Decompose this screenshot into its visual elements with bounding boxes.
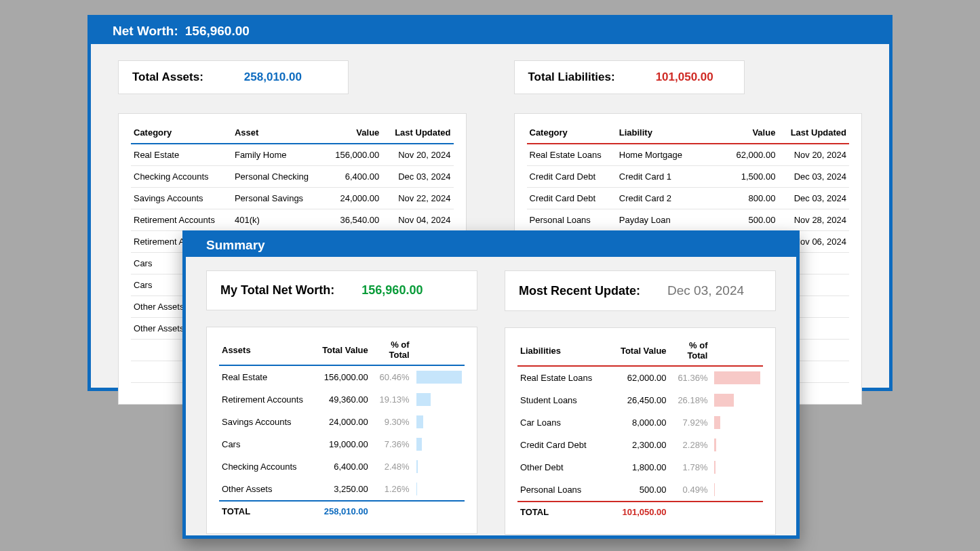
cell-bar bbox=[710, 366, 763, 389]
cell-pct: 2.48% bbox=[371, 455, 412, 478]
cell-updated: Nov 28, 2024 bbox=[778, 209, 849, 231]
col-updated: Last Updated bbox=[778, 123, 849, 144]
recent-update-value: Dec 03, 2024 bbox=[667, 283, 744, 298]
col-value: Value bbox=[324, 123, 382, 144]
cell-pct: 7.92% bbox=[669, 411, 711, 434]
cell-bar bbox=[710, 411, 763, 434]
summary-row: Real Estate156,000.0060.46% bbox=[219, 365, 465, 388]
cell-pct: 1.78% bbox=[669, 456, 711, 478]
cell-category: Credit Card Debt bbox=[527, 166, 616, 188]
cell-total-value: 24,000.00 bbox=[315, 411, 371, 433]
cell-value: 62,000.00 bbox=[726, 144, 778, 166]
cell-updated: Nov 20, 2024 bbox=[382, 144, 453, 166]
assets-header-row: Category Asset Value Last Updated bbox=[131, 123, 454, 144]
summary-panel: Summary My Total Net Worth: 156,960.00 A… bbox=[182, 230, 800, 539]
table-row: Real Estate LoansHome Mortgage62,000.00N… bbox=[527, 144, 850, 166]
cell-category: Other Assets bbox=[219, 478, 315, 501]
summary-assets-total-row: TOTAL 258,010.00 bbox=[219, 501, 465, 521]
cell-item: Personal Savings bbox=[232, 188, 324, 209]
summary-row: Cars19,000.007.36% bbox=[219, 433, 465, 455]
total-assets-label: Total Assets: bbox=[132, 70, 203, 84]
my-net-worth-label: My Total Net Worth: bbox=[220, 283, 334, 298]
cell-total-value: 6,400.00 bbox=[315, 455, 371, 478]
col-item: Liability bbox=[616, 123, 726, 144]
my-net-worth-value: 156,960.00 bbox=[361, 283, 423, 298]
cell-total-value: 3,250.00 bbox=[315, 478, 371, 501]
cell-pct: 9.30% bbox=[371, 411, 412, 433]
cell-pct: 60.46% bbox=[371, 365, 412, 388]
bar-chart-bar bbox=[714, 394, 734, 407]
table-row: Personal LoansPayday Loan500.00Nov 28, 2… bbox=[527, 209, 850, 231]
cell-pct: 19.13% bbox=[371, 388, 412, 411]
summary-row: Personal Loans500.000.49% bbox=[517, 478, 763, 502]
cell-bar bbox=[710, 434, 763, 456]
cell-bar bbox=[412, 388, 465, 411]
recent-update-label: Most Recent Update: bbox=[519, 284, 640, 298]
bar-chart-bar bbox=[714, 461, 716, 474]
bar-chart-bar bbox=[416, 393, 431, 406]
cell-category: Car Loans bbox=[517, 411, 613, 434]
total-liabilities-label: Total Liabilities: bbox=[528, 70, 615, 84]
bar-chart-bar bbox=[714, 483, 715, 496]
cell-total-value: 8,000.00 bbox=[613, 411, 669, 434]
cell-value: 6,400.00 bbox=[324, 166, 382, 188]
total-label: TOTAL bbox=[219, 501, 315, 521]
col-total-value: Total Value bbox=[613, 336, 669, 366]
bar-chart-bar bbox=[416, 371, 462, 384]
cell-category: Cars bbox=[219, 433, 315, 455]
col-assets: Assets bbox=[219, 335, 315, 365]
cell-item: Personal Checking bbox=[232, 166, 324, 188]
col-liabilities: Liabilities bbox=[517, 336, 613, 366]
summary-title: Summary bbox=[206, 238, 265, 252]
cell-bar bbox=[412, 478, 465, 501]
cell-item: 401(k) bbox=[232, 209, 324, 231]
cell-category: Real Estate Loans bbox=[517, 366, 613, 389]
cell-item: Payday Loan bbox=[616, 209, 726, 231]
summary-row: Checking Accounts6,400.002.48% bbox=[219, 455, 465, 478]
col-updated: Last Updated bbox=[382, 123, 453, 144]
cell-pct: 26.18% bbox=[669, 389, 711, 411]
summary-liabilities-column: Most Recent Update: Dec 03, 2024 Liabili… bbox=[505, 270, 776, 535]
liab-total-value: 101,050.00 bbox=[613, 502, 669, 522]
bar-chart-bar bbox=[416, 483, 417, 495]
cell-updated: Dec 03, 2024 bbox=[778, 188, 849, 209]
my-net-worth-card: My Total Net Worth: 156,960.00 bbox=[206, 270, 477, 310]
cell-total-value: 500.00 bbox=[613, 478, 669, 502]
cell-category: Savings Accounts bbox=[131, 188, 232, 209]
cell-pct: 61.36% bbox=[669, 366, 711, 389]
bar-chart-bar bbox=[416, 415, 423, 428]
cell-total-value: 62,000.00 bbox=[613, 366, 669, 389]
summary-assets-table: Assets Total Value % of Total Real Estat… bbox=[219, 335, 465, 521]
cell-category: Checking Accounts bbox=[219, 455, 315, 478]
summary-assets-card: Assets Total Value % of Total Real Estat… bbox=[206, 327, 477, 534]
col-item: Asset bbox=[232, 123, 324, 144]
bar-chart-bar bbox=[714, 416, 720, 429]
table-row: Retirement Accounts401(k)36,540.00Nov 04… bbox=[131, 209, 454, 231]
cell-category: Real Estate Loans bbox=[527, 144, 616, 166]
summary-row: Car Loans8,000.007.92% bbox=[517, 411, 763, 434]
cell-pct: 2.28% bbox=[669, 434, 711, 456]
table-row: Real EstateFamily Home156,000.00Nov 20, … bbox=[131, 144, 454, 166]
col-total-value: Total Value bbox=[315, 335, 371, 365]
net-worth-label: Net Worth: bbox=[113, 24, 178, 39]
summary-header: Summary bbox=[186, 234, 796, 257]
cell-value: 500.00 bbox=[726, 209, 778, 231]
cell-category: Checking Accounts bbox=[131, 166, 232, 188]
net-worth-value: 156,960.00 bbox=[185, 24, 250, 39]
cell-updated: Nov 04, 2024 bbox=[382, 209, 453, 231]
cell-bar bbox=[412, 433, 465, 455]
cell-total-value: 2,300.00 bbox=[613, 434, 669, 456]
cell-total-value: 26,450.00 bbox=[613, 389, 669, 411]
cell-bar bbox=[412, 411, 465, 433]
cell-value: 1,500.00 bbox=[726, 166, 778, 188]
summary-row: Credit Card Debt2,300.002.28% bbox=[517, 434, 763, 456]
summary-row: Student Loans26,450.0026.18% bbox=[517, 389, 763, 411]
cell-category: Real Estate bbox=[131, 144, 232, 166]
summary-liab-card: Liabilities Total Value % of Total Real … bbox=[505, 327, 776, 535]
cell-pct: 1.26% bbox=[371, 478, 412, 501]
col-value: Value bbox=[726, 123, 778, 144]
cell-item: Credit Card 1 bbox=[616, 166, 726, 188]
cell-value: 800.00 bbox=[726, 188, 778, 209]
cell-bar bbox=[710, 456, 763, 478]
assets-total-value: 258,010.00 bbox=[315, 501, 371, 521]
